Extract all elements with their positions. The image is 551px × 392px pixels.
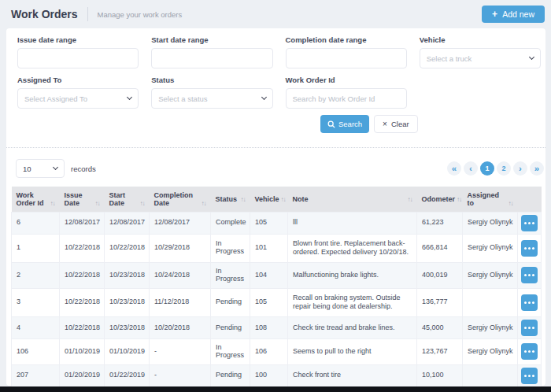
plus-icon: + [492, 9, 497, 20]
cell-odometer: 136,777 [417, 288, 463, 316]
column-header-note[interactable]: Note↑↓ [288, 187, 417, 212]
column-title: Start Date [109, 191, 139, 207]
cell-note: Check tire tread and brake lines. [288, 317, 417, 339]
cell-odometer: 400,019 [417, 262, 463, 288]
x-icon: × [383, 120, 387, 128]
cell-start-date: 12/08/2017 [105, 212, 150, 234]
completion-date-range-input[interactable] [286, 48, 407, 68]
column-title: Note [293, 195, 309, 203]
table-row: 210/22/201810/23/201810/24/2018In Progre… [12, 262, 542, 288]
cell-start-date: 10/22/2018 [105, 234, 150, 262]
cell-completion-date: - [150, 364, 211, 386]
cell-vehicle: 108 [250, 317, 288, 339]
cell-status: In Progress [211, 262, 250, 288]
table-row: 612/08/201712/08/201712/08/2017Complete1… [12, 212, 542, 234]
column-header-issue-date[interactable]: Issue Date↑↓ [60, 187, 105, 212]
pagination-last[interactable]: » [530, 161, 544, 176]
filter-label: Assigned To [17, 76, 139, 84]
cell-work-order-id: 4 [12, 317, 60, 339]
column-header-vehicle[interactable]: Vehicle↑↓ [250, 187, 288, 212]
sort-icon: ↑↓ [94, 200, 100, 207]
column-header-odometer[interactable]: Odometer↑↓ [417, 187, 463, 212]
filter-label: Issue date range [17, 35, 139, 44]
column-header-start-date[interactable]: Start Date↑↓ [105, 187, 150, 212]
row-actions-button[interactable] [521, 215, 538, 231]
assigned-to-select[interactable]: Select Assigned To [17, 88, 139, 109]
column-header-assigned-to[interactable]: Assigned to↑↓ [463, 187, 518, 212]
cell-completion-date: 12/08/2017 [150, 212, 211, 234]
row-actions-button[interactable] [521, 320, 538, 336]
cell-status: Pending [211, 364, 250, 386]
add-new-button[interactable]: + Add new [482, 6, 545, 23]
ellipsis-icon [528, 274, 531, 276]
chevron-down-icon [261, 94, 266, 100]
ellipsis-icon [528, 327, 531, 329]
chevron-down-icon [127, 94, 132, 100]
cell-issue-date: 01/10/2019 [60, 339, 105, 365]
work-orders-table: Work Order Id↑↓Issue Date↑↓Start Date↑↓C… [11, 187, 542, 387]
ellipsis-icon [528, 222, 531, 224]
clear-button[interactable]: × Clear [374, 115, 418, 133]
row-actions-button[interactable] [521, 368, 538, 384]
column-title: Issue Date [65, 191, 94, 207]
column-header-status[interactable]: Status↑↓ [211, 187, 250, 212]
cell-start-date: 10/23/2018 [105, 317, 150, 339]
page-header: Work Orders Manage your work orders + Ad… [0, 0, 551, 28]
cell-assigned-to: Sergiy Oliynyk [463, 212, 518, 234]
cell-assigned-to: Sergiy Oliynyk [463, 339, 518, 365]
table-header-row: Work Order Id↑↓Issue Date↑↓Start Date↑↓C… [12, 187, 542, 212]
per-page-select[interactable]: 10 [16, 159, 65, 178]
cell-work-order-id: 6 [12, 212, 60, 234]
column-title: Assigned to [468, 191, 502, 207]
filter-field-vehicle: VehicleSelect a truck [420, 35, 541, 68]
chevron-down-icon [53, 165, 58, 170]
cell-assigned-to [463, 288, 518, 316]
cell-completion-date: - [150, 339, 211, 365]
row-actions-button[interactable] [521, 267, 538, 283]
column-header-work-order-id[interactable]: Work Order Id↑↓ [12, 187, 60, 212]
cell-work-order-id: 106 [12, 339, 60, 365]
filter-label: Work Order Id [286, 76, 407, 84]
work-order-id-input[interactable] [286, 88, 407, 109]
content-card: Issue date rangeStart date rangeCompleti… [6, 28, 545, 386]
pagination-page-1[interactable]: 1 [480, 161, 494, 176]
cell-start-date: 01/22/2019 [105, 364, 150, 386]
cell-status: In Progress [211, 339, 250, 365]
start-date-range-input[interactable] [151, 48, 272, 68]
issue-date-range-input[interactable] [17, 48, 139, 68]
column-header-completion-date[interactable]: Completion Date↑↓ [150, 187, 211, 212]
status-select[interactable]: Select a status [151, 88, 272, 109]
vehicle-select[interactable]: Select a truck [420, 48, 541, 68]
select-placeholder: Select a status [158, 94, 207, 103]
cell-vehicle: 101 [250, 234, 288, 262]
filter-label: Status [151, 76, 272, 84]
sort-icon: ↑↓ [507, 200, 513, 207]
column-header-actions [518, 187, 542, 212]
row-actions-button[interactable] [521, 240, 538, 257]
cell-odometer: 61,223 [417, 212, 463, 234]
search-icon [327, 120, 335, 128]
row-actions-button[interactable] [521, 343, 538, 360]
pagination-next[interactable]: › [513, 161, 527, 176]
table-body: 612/08/201712/08/201712/08/2017Complete1… [12, 212, 542, 386]
cell-note: Recall on braking system. Outside repair… [288, 288, 417, 316]
filter-field-completion-date-range: Completion date range [286, 35, 407, 68]
cell-issue-date: 10/22/2018 [60, 262, 105, 288]
search-button[interactable]: Search [320, 115, 369, 133]
cell-assigned-to: Sergiy Oliynyk [463, 234, 518, 262]
pagination-first[interactable]: « [447, 161, 461, 176]
sort-icon: ↑↓ [239, 196, 246, 203]
filter-field-issue-date-range: Issue date range [17, 35, 139, 68]
pagination-prev[interactable]: ‹ [464, 161, 478, 176]
row-actions-button[interactable] [521, 294, 538, 311]
cell-note: lll [288, 212, 417, 234]
cell-odometer: 10,100 [417, 364, 463, 386]
pagination-page-2[interactable]: 2 [497, 161, 511, 176]
cell-vehicle: 105 [250, 288, 288, 316]
cell-work-order-id: 1 [12, 234, 60, 262]
cell-start-date: 01/10/2019 [105, 339, 150, 365]
cell-issue-date: 10/22/2018 [60, 317, 105, 339]
filters-form: Issue date rangeStart date rangeCompleti… [6, 28, 545, 109]
filter-field-start-date-range: Start date range [151, 35, 272, 68]
filter-actions: Search × Clear [6, 115, 545, 133]
